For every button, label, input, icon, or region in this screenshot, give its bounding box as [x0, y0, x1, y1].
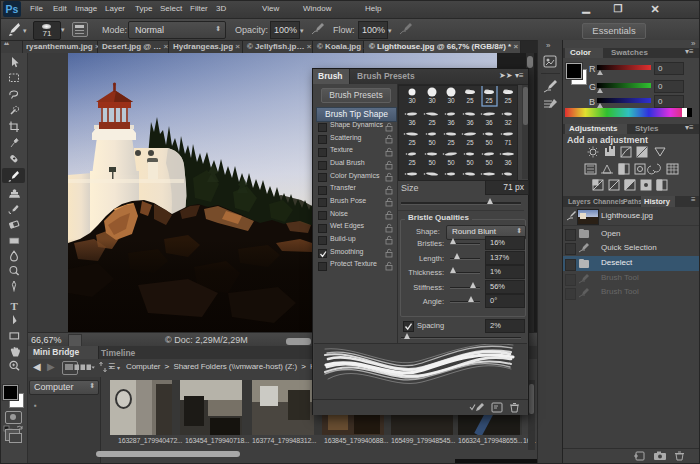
svg-text:36: 36	[504, 159, 512, 166]
svg-text:50: 50	[428, 159, 436, 166]
svg-text:71: 71	[504, 139, 512, 146]
svg-text:30: 30	[447, 97, 455, 104]
svg-text:50: 50	[485, 159, 493, 166]
svg-text:25: 25	[447, 139, 455, 146]
svg-text:30: 30	[428, 97, 436, 104]
svg-text:25: 25	[504, 97, 512, 104]
svg-text:50: 50	[428, 139, 436, 146]
svg-text:50: 50	[485, 139, 493, 146]
svg-text:32: 32	[504, 119, 512, 126]
svg-text:36: 36	[447, 119, 455, 126]
svg-text:25: 25	[428, 119, 436, 126]
svg-text:25: 25	[485, 97, 493, 104]
svg-text:25: 25	[408, 159, 416, 166]
svg-text:50: 50	[447, 159, 455, 166]
svg-text:25: 25	[466, 139, 474, 146]
svg-text:25: 25	[466, 97, 474, 104]
svg-text:36: 36	[408, 119, 416, 126]
svg-text:36: 36	[485, 119, 493, 126]
svg-text:50: 50	[466, 159, 474, 166]
svg-text:T: T	[11, 300, 19, 312]
svg-text:25: 25	[408, 139, 416, 146]
svg-text:30: 30	[408, 97, 416, 104]
svg-text:36: 36	[466, 119, 474, 126]
